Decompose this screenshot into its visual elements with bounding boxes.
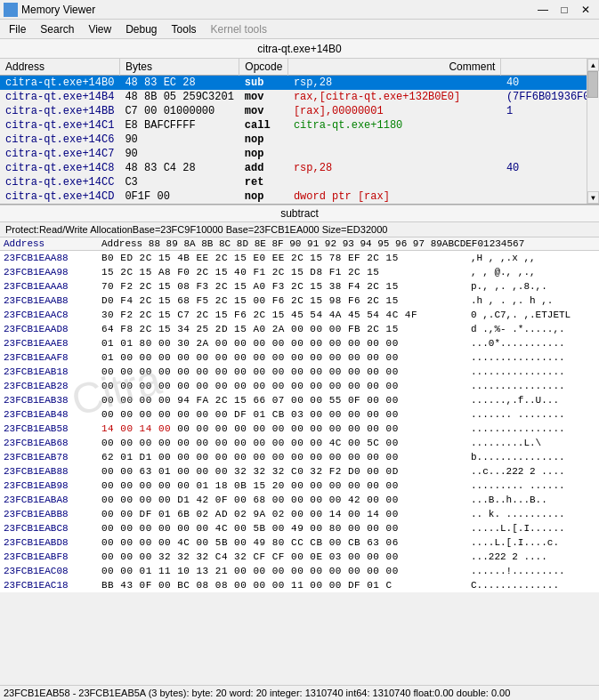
disassembly-container: Address Bytes Opcode Comment citra-qt.ex…: [0, 59, 599, 205]
menu-file[interactable]: File: [2, 21, 33, 37]
hex-row-bytes: 00 00 01 11 10 13 21 00 00 00 00 00 00 0…: [101, 564, 471, 578]
dis-comment: [501, 189, 587, 204]
dis-bytes: 90: [119, 147, 239, 161]
hex-row[interactable]: 23FCB1EAA9815 2C 15 A8 F0 2C 15 40 F1 2C…: [0, 265, 599, 279]
hex-row-ascii: .h , . ,. h ,.: [471, 294, 595, 308]
hex-row[interactable]: 23FCB1EAB6800 00 00 00 00 00 00 00 00 00…: [0, 436, 599, 450]
hex-row-bytes: 00 00 00 00 00 00 4C 00 5B 00 49 00 80 0…: [101, 521, 471, 535]
dis-row[interactable]: citra-qt.exe+14C690nop: [0, 133, 587, 147]
dis-address: citra-qt.exe+14CC: [0, 175, 119, 189]
hex-row[interactable]: 23FCB1EAAF801 00 00 00 00 00 00 00 00 00…: [0, 350, 599, 365]
col-comment: Comment: [288, 59, 501, 76]
dis-row[interactable]: citra-qt.exe+14C1E8 BAFCFFFFcallcitra-qt…: [0, 118, 587, 133]
hex-row[interactable]: 23FCB1EABF800 00 00 32 32 32 C4 32 CF CF…: [0, 550, 599, 564]
hex-row-ascii: , , @., ,.,: [471, 265, 595, 279]
hex-row[interactable]: 23FCB1EAAC830 F2 2C 15 C7 2C 15 F6 2C 15…: [0, 308, 599, 322]
scroll-thumb[interactable]: [587, 71, 598, 98]
hex-row[interactable]: 23FCB1EAAD864 F8 2C 15 34 25 2D 15 A0 2A…: [0, 322, 599, 336]
hex-row-bytes: 01 01 80 00 30 2A 00 00 00 00 00 00 00 0…: [101, 336, 471, 350]
hex-row-address: 23FCB1EAB88: [4, 464, 101, 479]
dis-bytes: 0F1F 00: [119, 189, 239, 204]
hex-row-ascii: .. k. ..........: [471, 507, 595, 521]
app-icon: [4, 3, 18, 17]
menu-debug[interactable]: Debug: [118, 21, 164, 37]
menu-kernel-tools[interactable]: Kernel tools: [204, 21, 274, 37]
hex-row[interactable]: 23FCB1EAB8800 00 63 01 00 00 00 32 32 32…: [0, 464, 599, 479]
hex-row[interactable]: 23FCB1EAAB8D0 F4 2C 15 68 F5 2C 15 00 F6…: [0, 294, 599, 308]
hex-row[interactable]: 23FCB1EABC800 00 00 00 00 00 4C 00 5B 00…: [0, 521, 599, 535]
menu-search[interactable]: Search: [33, 21, 81, 37]
dis-row[interactable]: citra-qt.exe+14C790nop: [0, 147, 587, 161]
hex-row-ascii: ...0*...........: [471, 336, 595, 350]
section-label: subtract: [0, 205, 599, 222]
hex-row[interactable]: 23FCB1EAAE801 01 80 00 30 2A 00 00 00 00…: [0, 336, 599, 350]
hex-row[interactable]: 23FCB1EAC0800 00 01 11 10 13 21 00 00 00…: [0, 564, 599, 578]
dis-address: citra-qt.exe+14B0: [0, 76, 119, 91]
hex-row[interactable]: 23FCB1EAB3800 00 00 00 94 FA 2C 15 66 07…: [0, 393, 599, 407]
scroll-down-arrow[interactable]: ▼: [587, 191, 599, 204]
hex-row[interactable]: 23FCB1EAC18BB 43 0F 00 BC 08 08 00 00 00…: [0, 578, 599, 592]
hex-row-address: 23FCB1EAB18: [4, 365, 101, 379]
dis-opcode: mov: [239, 90, 288, 104]
hex-row[interactable]: 23FCB1EAAA870 F2 2C 15 08 F3 2C 15 A0 F3…: [0, 279, 599, 294]
hex-row[interactable]: 23FCB1EAB9800 00 00 00 00 01 18 0B 15 20…: [0, 479, 599, 493]
menu-view[interactable]: View: [81, 21, 118, 37]
hex-row[interactable]: 23FCB1EABA800 00 00 00 D1 42 0F 00 68 00…: [0, 493, 599, 507]
hex-row-address: 23FCB1EAAA8: [4, 279, 101, 294]
dis-row[interactable]: citra-qt.exe+14B448 8B 05 259C3201movrax…: [0, 90, 587, 104]
hex-row-address: 23FCB1EAAC8: [4, 308, 101, 322]
hex-row-ascii: ..c...222 2 ....: [471, 464, 595, 479]
hex-row[interactable]: 23FCB1EAA88B0 ED 2C 15 4B EE 2C 15 E0 EE…: [0, 251, 599, 265]
hex-row-bytes: 70 F2 2C 15 08 F3 2C 15 A0 F3 2C 15 38 F…: [101, 279, 471, 294]
hex-row[interactable]: 23FCB1EAB4800 00 00 00 00 00 00 DF 01 CB…: [0, 407, 599, 422]
dis-bytes: 48 83 C4 28: [119, 161, 239, 175]
dis-opcode: mov: [239, 104, 288, 118]
scroll-up-arrow[interactable]: ▲: [587, 59, 599, 71]
hex-row-bytes: 00 00 00 00 00 00 00 00 00 00 00 00 4C 0…: [101, 436, 471, 450]
dis-row[interactable]: citra-qt.exe+14CD0F1F 00nopdword ptr [ra…: [0, 189, 587, 204]
hex-row-ascii: C..............: [471, 578, 595, 592]
hex-row[interactable]: 23FCB1EABB800 00 DF 01 6B 02 AD 02 9A 02…: [0, 507, 599, 521]
title-bar: Memory Viewer — □ ✕: [0, 0, 599, 20]
minimize-button[interactable]: —: [533, 2, 553, 18]
dis-row[interactable]: citra-qt.exe+14CCC3ret: [0, 175, 587, 189]
hex-row-address: 23FCB1EAA98: [4, 265, 101, 279]
hex-row-ascii: ...B..h...B..: [471, 493, 595, 507]
maximize-button[interactable]: □: [554, 2, 574, 18]
dis-bytes: E8 BAFCFFFF: [119, 118, 239, 133]
dis-operand: rsp,28: [288, 76, 501, 91]
address-label: citra-qt.exe+14B0: [257, 43, 341, 55]
dis-row[interactable]: citra-qt.exe+14C848 83 C4 28addrsp,2840: [0, 161, 587, 175]
dis-bytes: 48 8B 05 259C3201: [119, 90, 239, 104]
menu-tools[interactable]: Tools: [165, 21, 204, 37]
hex-row-bytes: B0 ED 2C 15 4B EE 2C 15 E0 EE 2C 15 78 E…: [101, 251, 471, 265]
hex-row-bytes: 00 00 00 00 D1 42 0F 00 68 00 00 00 00 4…: [101, 493, 471, 507]
dis-bytes: 90: [119, 133, 239, 147]
hex-header-row: AddressAddress 88 89 8A 8B 8C 8D 8E 8F 9…: [0, 237, 599, 251]
hex-row-ascii: ................: [471, 422, 595, 436]
close-button[interactable]: ✕: [576, 2, 595, 18]
hex-row-ascii: .....L.[.I......: [471, 521, 595, 535]
hex-row-address: 23FCB1EAAE8: [4, 336, 101, 350]
hex-row-ascii: d .,%- .*.....,.: [471, 322, 595, 336]
hex-row-bytes: D0 F4 2C 15 68 F5 2C 15 00 F6 2C 15 98 F…: [101, 294, 471, 308]
disassembly-scrollbar[interactable]: ▲ ▼: [587, 59, 599, 204]
hex-row[interactable]: 23FCB1EAB7862 01 D1 00 00 00 00 00 00 00…: [0, 450, 599, 464]
dis-operand: [rax],00000001: [288, 104, 501, 118]
dis-row[interactable]: citra-qt.exe+14BBC7 00 01000000mov[rax],…: [0, 104, 587, 118]
dis-row[interactable]: citra-qt.exe+14B048 83 EC 28subrsp,2840: [0, 76, 587, 91]
hex-row[interactable]: 23FCB1EAB5814 00 14 00 00 00 00 00 00 00…: [0, 422, 599, 436]
hex-row-bytes: 01 00 00 00 00 00 00 00 00 00 00 00 00 0…: [101, 350, 471, 365]
dis-operand: [288, 147, 501, 161]
hex-section: Citra Protect:Read/Write AllocationBase=…: [0, 222, 599, 592]
hex-row-address: 23FCB1EAAD8: [4, 322, 101, 336]
hex-row-bytes: 15 2C 15 A8 F0 2C 15 40 F1 2C 15 D8 F1 2…: [101, 265, 471, 279]
hex-row-bytes: 64 F8 2C 15 34 25 2D 15 A0 2A 00 00 00 F…: [101, 322, 471, 336]
hex-row[interactable]: 23FCB1EAB2800 00 00 00 00 00 00 00 00 00…: [0, 379, 599, 393]
scroll-track[interactable]: [587, 71, 599, 191]
dis-comment: [501, 147, 587, 161]
hex-row[interactable]: 23FCB1EAB1800 00 00 00 00 00 00 00 00 00…: [0, 365, 599, 379]
disassembly-table: Address Bytes Opcode Comment citra-qt.ex…: [0, 59, 587, 204]
hex-row[interactable]: 23FCB1EABD800 00 00 00 4C 00 5B 00 49 80…: [0, 535, 599, 550]
dis-bytes: C3: [119, 175, 239, 189]
